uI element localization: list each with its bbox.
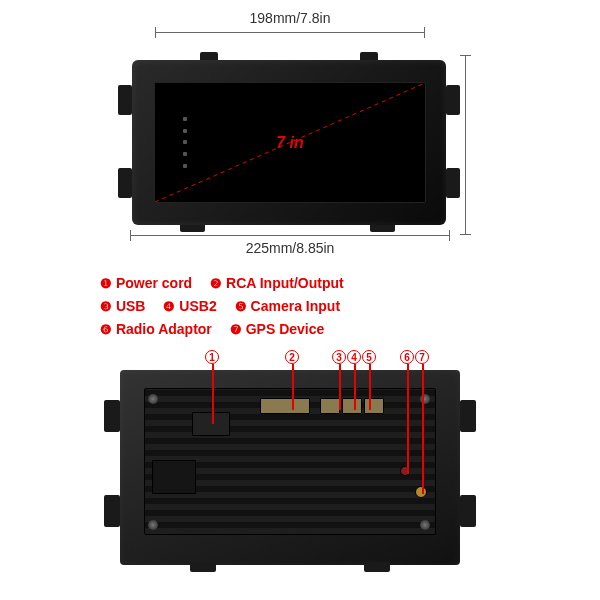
callout-7: 7 [415, 350, 429, 364]
front-view-section: 198mm/7.8in 225mm/8.85in 130mm/5.11in 7 … [0, 10, 600, 280]
rear-module [152, 460, 196, 494]
dimension-right-line [465, 55, 466, 235]
mount-tab [104, 400, 120, 432]
callout-line [407, 364, 409, 474]
strip-dot [183, 152, 187, 156]
legend-item-1: ❶ Power cord [100, 272, 192, 295]
mount-tab [104, 495, 120, 527]
port-camera [364, 398, 384, 414]
callout-line [292, 364, 294, 410]
mount-tab [190, 562, 216, 572]
legend-item-4: ❹ USB2 [163, 295, 216, 318]
legend-item-6: ❻ Radio Adaptor [100, 318, 212, 341]
callout-2: 2 [285, 350, 299, 364]
mount-tab [118, 168, 132, 198]
callout-line [369, 364, 371, 410]
callout-6: 6 [400, 350, 414, 364]
strip-dot [183, 164, 187, 168]
side-icon-strip [183, 113, 193, 172]
mount-tab [446, 168, 460, 198]
legend-item-7: ❼ GPS Device [230, 318, 325, 341]
mount-tab [118, 85, 132, 115]
callout-3: 3 [332, 350, 346, 364]
port-gps [415, 486, 427, 498]
callout-1: 1 [205, 350, 219, 364]
screw [420, 520, 430, 530]
dimension-right-label: 130mm/5.11in [475, 40, 600, 240]
port-power-cord [192, 412, 230, 436]
diagonal-label: 7 in [276, 134, 304, 152]
mount-tab [446, 85, 460, 115]
head-unit-rear [120, 370, 460, 565]
strip-dot [183, 140, 187, 144]
callout-line [339, 364, 341, 410]
legend-item-2: ❷ RCA Input/Output [210, 272, 344, 295]
port-rca [260, 398, 310, 414]
port-usb [320, 398, 340, 414]
callout-line [212, 364, 214, 424]
callout-4: 4 [347, 350, 361, 364]
display-screen: 7 in [154, 82, 426, 203]
screw [148, 394, 158, 404]
port-usb2 [342, 398, 362, 414]
mount-tab [364, 562, 390, 572]
callout-line [422, 364, 424, 494]
strip-dot [183, 117, 187, 121]
legend-item-3: ❸ USB [100, 295, 145, 318]
callout-5: 5 [362, 350, 376, 364]
strip-dot [183, 129, 187, 133]
port-radio-adaptor [400, 466, 410, 476]
head-unit-front: 7 in [132, 60, 446, 225]
dimension-top-line [155, 32, 425, 33]
mount-tab [460, 400, 476, 432]
legend-item-5: ❺ Camera Input [235, 295, 340, 318]
dimension-bottom-line [130, 235, 450, 236]
port-legend: ❶ Power cord ❷ RCA Input/Output ❸ USB ❹ … [100, 272, 520, 340]
dimension-bottom-label: 225mm/8.85in [130, 240, 450, 256]
callout-line [354, 364, 356, 410]
dimension-top-label: 198mm/7.8in [155, 10, 425, 26]
screw [148, 520, 158, 530]
mount-tab [460, 495, 476, 527]
